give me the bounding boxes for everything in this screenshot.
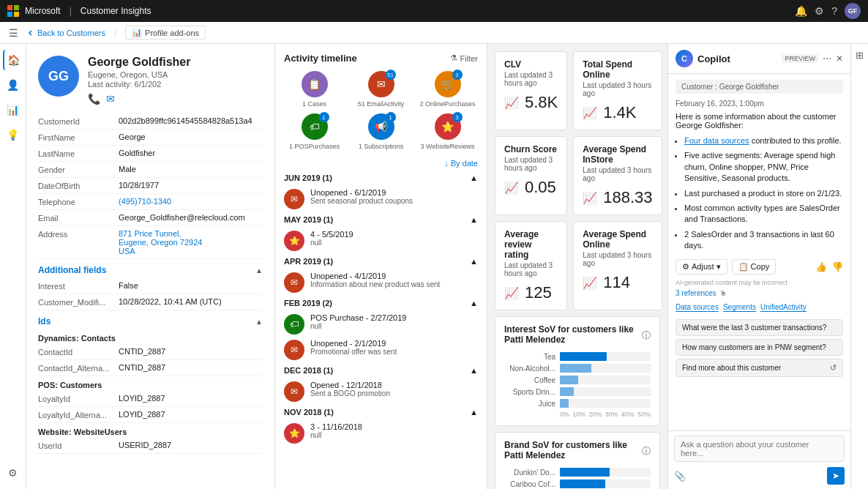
bar-track-juice [560, 399, 651, 408]
brand-chart-info-icon[interactable]: ⓘ [642, 445, 651, 458]
field-value-loyaltyid-alt: LOYID_2887 [119, 410, 165, 419]
suggestion-1[interactable]: What were the last 3 customer transactio… [676, 319, 843, 336]
paperclip-icon[interactable]: 📎 [674, 471, 686, 482]
copilot-send-button[interactable]: ➤ [827, 467, 845, 485]
source-unified-activity[interactable]: UnifiedActivity [760, 303, 807, 312]
bar-label-dunkin: Dunkin' Do... [504, 469, 555, 477]
timeline-desc: Information about new product was sent [310, 280, 478, 288]
month-header-may2019[interactable]: MAY 2019 (1) ▲ [284, 215, 478, 225]
copilot-more-icon[interactable]: ⋯ [823, 53, 831, 64]
additional-fields-title: Additional fields [38, 265, 106, 275]
profile-actions: 📞 ✉ [88, 93, 190, 105]
sidebar-home-icon[interactable]: 🏠 [3, 50, 23, 70]
metric-value-avg-spend-online: 114 [603, 273, 630, 292]
timeline-item: ✉ Unopened - 6/1/2019 Sent seasonal prod… [284, 188, 478, 209]
activity-icon-online[interactable]: 🛒 2 2 OnlinePurchases [417, 71, 478, 108]
metric-card-avg-review: Average review rating Last updated 3 hou… [495, 221, 567, 310]
profile-location: Eugene, Oregon, USA [88, 70, 190, 79]
field-value-loyaltyid: LOYID_2887 [119, 394, 165, 403]
sidebar-settings-icon[interactable]: ⚙ [3, 463, 23, 483]
profile-header: GG George Goldfisher Eugene, Oregon, USA… [38, 56, 263, 105]
activity-icon-email[interactable]: ✉ 51 51 EmailActivity [351, 71, 411, 108]
source-data-sources[interactable]: Data sources [676, 303, 719, 312]
copilot-disclaimer: AI-generated content may be incorrect [676, 279, 843, 286]
interest-chart-card: Interest SoV for customers like Patti Me… [495, 316, 660, 426]
activity-icon-pos[interactable]: 🏷 1 1 POSPurchases [284, 113, 345, 150]
separator: | [70, 6, 72, 16]
field-label-contactid-alt: ContactId_Alterna... [38, 363, 119, 373]
suggestion-2[interactable]: How many customers are in PNW segment? [676, 339, 843, 356]
field-value-telephone[interactable]: (495)710-1340 [119, 197, 171, 206]
timeline-feb-2019: FEB 2019 (2) ▲ 🏷 POS Purchase - 2/27/201… [284, 299, 478, 360]
timeline-desc: Sent seasonal product coupons [310, 197, 478, 205]
field-label-email: Email [38, 213, 119, 223]
timeline-dot-email4: ✉ [284, 381, 304, 402]
back-arrow-icon [27, 29, 34, 37]
dynamics-contacts-title: Dynamics: Contacts [38, 334, 263, 343]
profile-addons-button[interactable]: 📊 Profile add-ons [125, 26, 206, 40]
bar-fill-caribou [560, 479, 605, 488]
bell-icon[interactable]: 🔔 [795, 5, 807, 17]
filter-label: Filter [460, 54, 478, 63]
interest-bar-chart: Tea Non-Alcohol... Coffee [504, 352, 651, 408]
brand-chart-card: Brand SoV for customers like Patti Melen… [495, 432, 660, 489]
profile-panel: GG George Goldfisher Eugene, Oregon, USA… [26, 44, 275, 489]
copilot-adjust-button[interactable]: ⚙ Adjust ▾ [676, 259, 727, 275]
field-value-customer-modified: 10/28/2022, 10:41 AM (UTC) [119, 297, 222, 306]
copilot-close-icon[interactable]: ✕ [836, 53, 843, 64]
field-value-address[interactable]: 871 Price Tunnel, Eugene, Oregon 72924 U… [119, 229, 202, 255]
sort-button[interactable]: ↓ By date [444, 159, 478, 168]
online-icon: 🛒 [441, 78, 454, 90]
activity-icon-subscriptions[interactable]: 📢 1 1 Subscriptions [351, 113, 411, 150]
copilot-bullet-1: Four data sources contributed to this pr… [684, 135, 843, 146]
copilot-copy-button[interactable]: 📋 Copy [732, 259, 777, 275]
copilot-four-sources-link[interactable]: Four data sources [684, 136, 749, 145]
bar-row-caribou: Caribou Cof... [504, 479, 651, 488]
phone-icon[interactable]: 📞 [88, 93, 100, 105]
copilot-input-left: 📎 [674, 471, 686, 482]
month-header-dec2018[interactable]: DEC 2018 (1) ▲ [284, 366, 478, 376]
suggestion-3[interactable]: Find more about this customer ↺ [676, 359, 843, 377]
profile-fields: CustomerId 002d2b899ffc9614545584828a513… [38, 113, 263, 259]
back-to-customers-button[interactable]: Back to Customers [27, 29, 105, 37]
user-avatar[interactable]: GF [845, 3, 861, 19]
timeline-dot-review: ⭐ [284, 231, 304, 251]
metric-value-row-clv: 📈 5.8K [504, 93, 558, 112]
hamburger-icon[interactable]: ☰ [6, 26, 21, 40]
copilot-sources: Data sources Segments UnifiedActivity [676, 303, 843, 312]
activity-icon-cases[interactable]: 📋 1 Cases [284, 71, 345, 108]
sidebar-insights-icon[interactable]: 💡 [3, 124, 23, 145]
timeline-title: Opened - 12/1/2018 [310, 381, 478, 389]
month-chevron-nov2018: ▲ [470, 408, 478, 417]
thumbs-down-icon[interactable]: 👎 [831, 261, 843, 272]
filter-button[interactable]: ⚗ Filter [450, 53, 478, 63]
additional-fields-toggle[interactable]: Additional fields ▲ [38, 259, 263, 278]
email-icon[interactable]: ✉ [106, 93, 115, 105]
field-customerid: CustomerId 002d2b899ffc9614545584828a513… [38, 113, 263, 130]
month-header-jun2019[interactable]: JUN 2019 (1) ▲ [284, 173, 478, 184]
sidebar-customers-icon[interactable]: 👤 [3, 75, 23, 95]
copilot-references[interactable]: 3 references 🖱 [676, 289, 843, 297]
field-value-customerid: 002d2b899ffc9614545584828a513a4 [119, 116, 252, 125]
month-header-feb2019[interactable]: FEB 2019 (2) ▲ [284, 299, 478, 309]
axis-10: 10% [572, 411, 585, 418]
month-header-nov2018[interactable]: NOV 2018 (1) ▲ [284, 408, 478, 418]
source-segments[interactable]: Segments [723, 303, 756, 312]
activity-icon-reviews[interactable]: ⭐ 3 3 WebsiteReviews [417, 113, 478, 150]
copilot-input-field[interactable] [674, 436, 845, 462]
interest-chart-info-icon[interactable]: ⓘ [642, 329, 651, 342]
timeline-title: 4 - 5/5/2019 [310, 230, 478, 239]
timeline-desc: null [310, 239, 478, 247]
month-header-apr2019[interactable]: APR 2019 (1) ▲ [284, 257, 478, 267]
metric-title-avg-review: Average review rating [504, 229, 558, 260]
timeline-review2-icon: ⭐ [289, 428, 300, 438]
sidebar-data-icon[interactable]: 📊 [3, 100, 23, 120]
gear-icon[interactable]: ⚙ [815, 5, 824, 17]
expand-icon[interactable]: ⊞ [856, 50, 864, 61]
cases-circle: 📋 [302, 71, 328, 97]
top-bar-icons: 🔔 ⚙ ? GF [795, 3, 861, 19]
help-icon[interactable]: ? [831, 5, 837, 17]
thumbs-up-icon[interactable]: 👍 [815, 261, 827, 272]
pos-circle: 🏷 1 [302, 113, 328, 140]
ids-toggle[interactable]: Ids ▲ [38, 310, 263, 329]
